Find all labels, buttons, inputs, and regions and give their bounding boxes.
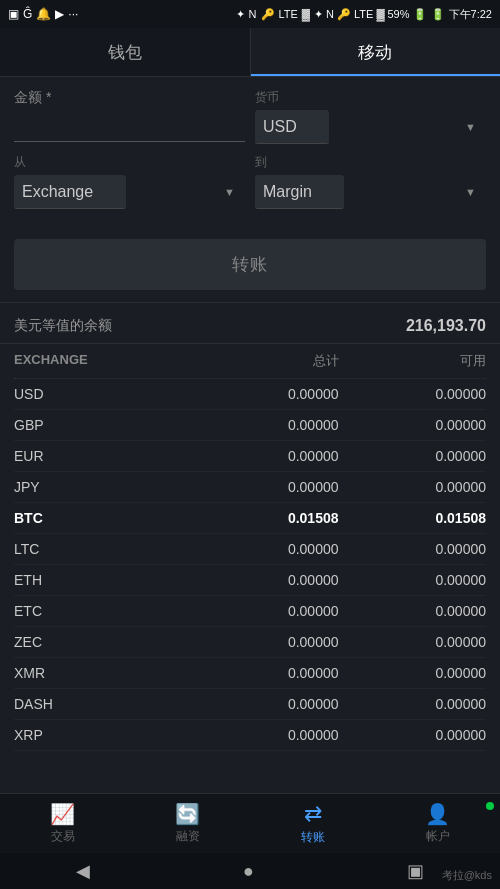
currency-field: 货币 USD: [255, 89, 486, 144]
from-select[interactable]: Exchange: [14, 175, 126, 209]
nav-funding[interactable]: 🔄 融资: [125, 796, 250, 851]
table-row: JPY 0.00000 0.00000: [14, 472, 486, 503]
cell-available: 0.00000: [339, 727, 487, 743]
to-label: 到: [255, 154, 486, 171]
home-button[interactable]: ●: [243, 861, 254, 882]
transfer-button[interactable]: 转账: [14, 239, 486, 290]
status-icon-2: Ĝ: [23, 7, 32, 21]
from-label: 从: [14, 154, 245, 171]
to-field: 到 Margin: [255, 154, 486, 209]
cell-currency: ETC: [14, 603, 191, 619]
tab-header: 钱包 移动: [0, 28, 500, 77]
bottom-nav: 📈 交易 🔄 融资 ⇄ 转账 👤 帐户: [0, 793, 500, 853]
trade-icon: 📈: [50, 802, 75, 826]
status-right: ✦ N 🔑 LTE ▓ ✦ N 🔑 LTE ▓ 59% 🔋 🔋 下午7:22: [236, 7, 492, 22]
cell-total: 0.00000: [191, 479, 339, 495]
cell-total: 0.00000: [191, 572, 339, 588]
nav-wallet[interactable]: ⇄ 转账: [250, 795, 375, 852]
cell-total: 0.00000: [191, 386, 339, 402]
cell-currency: USD: [14, 386, 191, 402]
currency-dropdown-wrapper: USD: [255, 110, 486, 144]
cell-total: 0.01508: [191, 510, 339, 526]
from-to-row: 从 Exchange 到 Margin: [14, 154, 486, 209]
cell-currency: EUR: [14, 448, 191, 464]
signal-lte: LTE: [279, 8, 298, 20]
transfer-btn-section: 转账: [0, 227, 500, 303]
cell-total: 0.00000: [191, 541, 339, 557]
table-row: ETC 0.00000 0.00000: [14, 596, 486, 627]
nav-funding-label: 融资: [176, 828, 200, 845]
cell-currency: XRP: [14, 727, 191, 743]
tab-wallet[interactable]: 钱包: [0, 28, 251, 76]
recents-button[interactable]: ▣: [407, 860, 424, 882]
status-icon-4: ▶: [55, 7, 64, 21]
cell-total: 0.00000: [191, 665, 339, 681]
table-body: USD 0.00000 0.00000 GBP 0.00000 0.00000 …: [14, 379, 486, 751]
cell-available: 0.00000: [339, 479, 487, 495]
form-section: 金额 * 货币 USD 从 Exchange 到: [0, 77, 500, 227]
table-row: GBP 0.00000 0.00000: [14, 410, 486, 441]
table-row: XMR 0.00000 0.00000: [14, 658, 486, 689]
table-row: ETH 0.00000 0.00000: [14, 565, 486, 596]
balance-label: 美元等值的余额: [14, 317, 112, 335]
key-icon: 🔑: [261, 8, 275, 21]
amount-input[interactable]: [14, 111, 245, 142]
to-select[interactable]: Margin: [255, 175, 344, 209]
battery-percent: ✦ N 🔑 LTE ▓ 59% 🔋: [314, 8, 427, 21]
cell-currency: JPY: [14, 479, 191, 495]
nfc-icon: N: [249, 8, 257, 20]
battery-icon: 🔋: [431, 8, 445, 21]
nav-wallet-label: 转账: [301, 829, 325, 846]
cell-available: 0.00000: [339, 541, 487, 557]
table-row: LTC 0.00000 0.00000: [14, 534, 486, 565]
cell-currency: XMR: [14, 665, 191, 681]
tab-transfer[interactable]: 移动: [251, 28, 501, 76]
funding-icon: 🔄: [175, 802, 200, 826]
cell-total: 0.00000: [191, 603, 339, 619]
cell-currency: LTC: [14, 541, 191, 557]
from-field: 从 Exchange: [14, 154, 245, 209]
cell-available: 0.00000: [339, 603, 487, 619]
cell-available: 0.00000: [339, 386, 487, 402]
cell-currency: ETH: [14, 572, 191, 588]
table-row: DASH 0.00000 0.00000: [14, 689, 486, 720]
amount-label: 金额 *: [14, 89, 245, 107]
watermark: 考拉@kds: [442, 868, 492, 883]
currency-label: 货币: [255, 89, 486, 106]
currency-select[interactable]: USD: [255, 110, 329, 144]
cell-currency: DASH: [14, 696, 191, 712]
cell-total: 0.00000: [191, 448, 339, 464]
balance-section: 美元等值的余额 216,193.70: [0, 303, 500, 344]
to-dropdown-wrapper: Margin: [255, 175, 486, 209]
nav-account[interactable]: 👤 帐户: [375, 796, 500, 851]
col-avail-label: 可用: [339, 352, 487, 370]
table-row: USD 0.00000 0.00000: [14, 379, 486, 410]
exchange-table: EXCHANGE 总计 可用 USD 0.00000 0.00000 GBP 0…: [0, 344, 500, 751]
cell-available: 0.01508: [339, 510, 487, 526]
wallet-icon: ⇄: [304, 801, 322, 827]
back-button[interactable]: ◀: [76, 860, 90, 882]
account-icon: 👤: [425, 802, 450, 826]
system-nav: ◀ ● ▣ 考拉@kds: [0, 853, 500, 889]
section-label: EXCHANGE: [14, 352, 191, 370]
balance-value: 216,193.70: [406, 317, 486, 335]
cell-currency: ZEC: [14, 634, 191, 650]
cell-total: 0.00000: [191, 727, 339, 743]
table-row: EUR 0.00000 0.00000: [14, 441, 486, 472]
amount-field: 金额 *: [14, 89, 245, 144]
signal-bars: ▓: [302, 8, 310, 20]
cell-total: 0.00000: [191, 696, 339, 712]
cell-currency: GBP: [14, 417, 191, 433]
col-total-label: 总计: [191, 352, 339, 370]
table-row: XRP 0.00000 0.00000: [14, 720, 486, 751]
cell-available: 0.00000: [339, 696, 487, 712]
table-row: BTC 0.01508 0.01508: [14, 503, 486, 534]
table-section-header: EXCHANGE 总计 可用: [14, 344, 486, 379]
nav-trade[interactable]: 📈 交易: [0, 796, 125, 851]
bluetooth-icon: ✦: [236, 8, 245, 21]
cell-available: 0.00000: [339, 665, 487, 681]
status-left: ▣ Ĝ 🔔 ▶ ···: [8, 7, 78, 21]
cell-available: 0.00000: [339, 572, 487, 588]
nav-account-label: 帐户: [426, 828, 450, 845]
green-dot: [486, 802, 494, 810]
